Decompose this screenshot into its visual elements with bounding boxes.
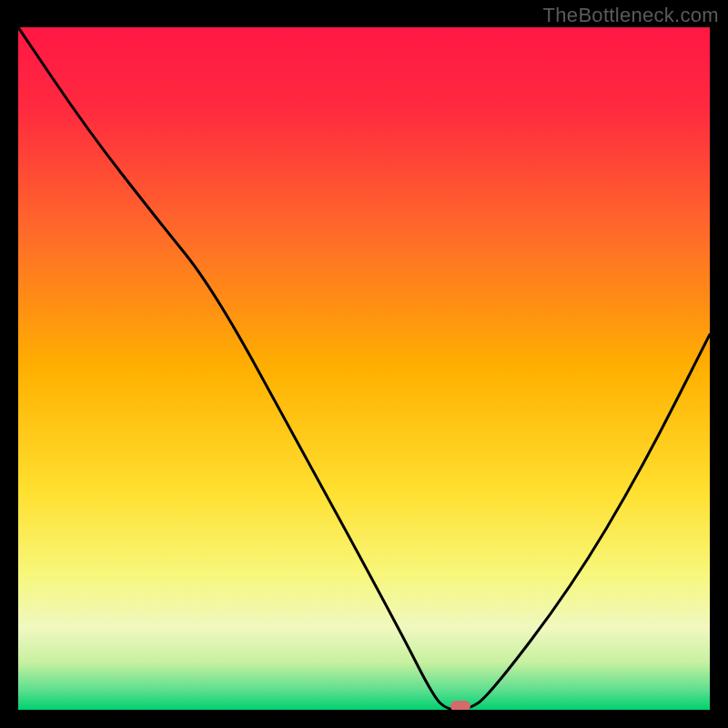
plot-frame [18,27,710,710]
optimal-marker [450,701,470,710]
plot-svg [18,27,710,710]
plot-inner [18,27,710,710]
gradient-background [18,27,710,710]
watermark-text: TheBottleneck.com [543,4,719,27]
chart-container: TheBottleneck.com [0,0,728,728]
